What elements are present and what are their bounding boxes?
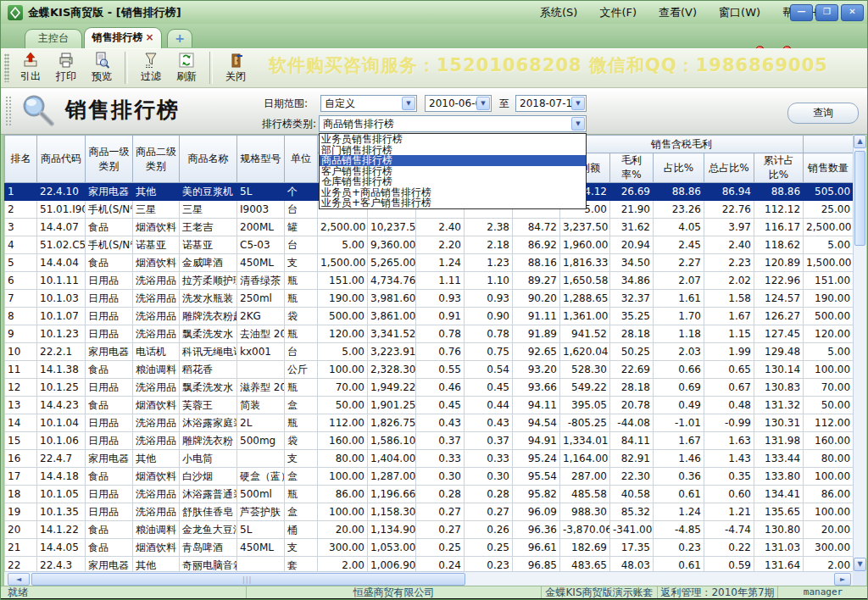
dropdown-option[interactable]: 业务员+商品销售排行榜 (320, 187, 586, 198)
query-button[interactable]: 查询 (787, 103, 859, 124)
vertical-scrollbar[interactable]: ▲ ▼ (853, 135, 866, 571)
new-tab-button[interactable]: + (167, 29, 192, 47)
dropdown-option[interactable]: 业务员销售排行榜 (320, 134, 586, 145)
table-row[interactable]: 910.1.23日用品洗浴用品飘柔洗发水去油型 200ml瓶120.003,34… (5, 325, 854, 343)
table-cell: 瓶 (285, 325, 318, 343)
scroll-right-icon[interactable]: ► (834, 573, 851, 586)
date-range-select[interactable]: 自定义▼ (320, 95, 417, 112)
table-row[interactable]: 1510.1.06日用品洗浴用品雕牌洗衣粉500mg袋160.001,586.1… (5, 432, 854, 450)
table-row[interactable]: 2222.4.3家用电器其他奇丽电脑音箱套2.001,006.900.240.2… (5, 557, 854, 572)
table-cell: 250ml (237, 290, 285, 308)
table-row[interactable]: 451.02.C5-03手机(S/N管理)诺基亚诺基亚C5-03台5.009,3… (5, 236, 854, 254)
combo-arrow-icon[interactable]: ▼ (571, 97, 585, 110)
tab-sales-ranking[interactable]: 销售排行榜× (84, 27, 162, 48)
vertical-scroll-thumb[interactable] (854, 151, 865, 246)
close-button[interactable]: ✕ (841, 4, 864, 21)
table-cell: 0.23 (465, 557, 513, 572)
table-cell: 160.00 (318, 432, 368, 450)
combo-arrow-icon[interactable]: ▼ (476, 97, 490, 110)
combo-arrow-icon[interactable]: ▼ (571, 117, 585, 131)
table-row[interactable]: 1022.2.1家用电器电话机科讯无绳电话kx001台5.003,223.910… (5, 343, 854, 361)
menu-system[interactable]: 系统(S) (540, 5, 577, 20)
table-cell: 0.59 (704, 557, 754, 572)
status-company: 恒盛商贸有限公司 (247, 586, 542, 598)
filter-button[interactable]: 过滤 (133, 50, 169, 86)
export-button[interactable]: 引出 (13, 50, 48, 86)
toolbar-grip[interactable] (4, 53, 9, 82)
dropdown-option[interactable]: 部门销售排行榜 (320, 145, 586, 156)
menu-view[interactable]: 查看(V) (659, 5, 697, 20)
table-cell: 10,237.50 (368, 219, 416, 236)
table-row[interactable]: 1210.1.25日用品洗浴用品飘柔洗发水滋养型 200ml瓶70.001,94… (5, 379, 854, 397)
tab-close-icon[interactable]: × (145, 31, 153, 43)
refresh-button[interactable]: 刷新 (169, 50, 204, 86)
table-row[interactable]: 810.1.07日用品洗浴用品雕牌洗衣粉超值装2KG袋500.003,861.0… (5, 308, 854, 325)
table-row[interactable]: 2114.4.05食品烟酒饮料青岛啤酒450ML支300.001,053.000… (5, 539, 854, 557)
scroll-up-icon[interactable]: ▲ (854, 135, 866, 148)
menu-window[interactable]: 窗口(W) (719, 5, 760, 20)
column-header-gross-margin[interactable]: 毛利率% (610, 153, 654, 183)
preview-button[interactable]: 预览 (84, 50, 120, 86)
table-cell: 0.33 (416, 450, 465, 468)
date-from-select[interactable]: 2010-06-01▼ (425, 95, 492, 112)
column-header-product-code[interactable]: 商品代码 (37, 136, 86, 183)
close-view-button[interactable]: 关闭 (218, 50, 253, 86)
table-cell: 88.16 (513, 254, 560, 272)
horizontal-scrollbar[interactable]: ◄ ||| ► (4, 571, 853, 586)
table-cell: 134.41 (754, 486, 804, 503)
column-header-category2[interactable]: 商品二级类别 (133, 136, 180, 183)
tab-main-console[interactable]: 主控台 (25, 29, 82, 48)
table-row[interactable]: 1714.4.18食品烟酒饮料白沙烟硬盒（蓝）盒100.001,287.000.… (5, 468, 854, 486)
print-button[interactable]: 打印 (48, 50, 84, 86)
table-cell: 5.00 (318, 343, 368, 361)
column-header-total-share[interactable]: 总占比% (704, 153, 754, 183)
horizontal-scroll-thumb[interactable]: ||| (31, 573, 465, 586)
table-cell: 8 (5, 308, 37, 325)
column-header-spec[interactable]: 规格型号 (237, 136, 285, 183)
table-cell: 金龙鱼大豆油 (180, 521, 237, 539)
table-cell: 0.78 (465, 325, 513, 343)
ranking-category-select[interactable]: 商品销售排行榜▼ (319, 115, 587, 132)
dropdown-option[interactable]: 业务员+客户销售排行榜 (320, 197, 586, 208)
table-row[interactable]: 1910.1.35日用品洗浴用品舒肤佳香皂芦荟护肤盒100.001,158.30… (5, 503, 854, 521)
table-cell: 0.76 (416, 343, 465, 361)
column-header-rank[interactable]: 排名 (5, 136, 37, 183)
menu-file[interactable]: 文件(F) (599, 5, 637, 20)
table-cell: 90.20 (513, 290, 560, 308)
table-row[interactable]: 1314.4.23食品烟酒饮料芙蓉王简装盒50.001,901.250.450.… (5, 397, 854, 414)
column-header-share[interactable]: 占比% (654, 153, 704, 183)
scroll-down-icon[interactable]: ▼ (854, 558, 866, 571)
dropdown-option[interactable]: 商品销售排行榜 (320, 155, 586, 166)
column-header-category1[interactable]: 商品一级类别 (86, 136, 133, 183)
table-row[interactable]: 610.1.11日用品洗浴用品拉芳柔顺护理清香绿茶瓶151.004,734.76… (5, 272, 854, 290)
status-account-set: 金蝶KIS商贸版演示账套 (542, 586, 658, 598)
table-row[interactable]: 710.1.03日用品洗浴用品洗发水瓶装250ml瓶190.003,981.60… (5, 290, 854, 308)
to-label: 至 (495, 95, 514, 112)
table-row[interactable]: 1622.4.7家用电器其他小电筒支80.001,404.000.330.339… (5, 450, 854, 468)
dropdown-option[interactable]: 客户销售排行榜 (320, 166, 586, 177)
table-row[interactable]: 514.4.04食品烟酒饮料金威啤酒450ML支1,500.005,265.00… (5, 254, 854, 272)
combo-arrow-icon[interactable]: ▼ (402, 97, 415, 110)
table-cell: 0.24 (416, 557, 465, 572)
column-header-sales-qty[interactable]: 销售数量 (804, 153, 853, 183)
table-row[interactable]: 1810.1.05日用品洗浴用品沐浴露普通装500ml瓶86.001,196.6… (5, 486, 854, 503)
column-header-cumulative-share[interactable]: 累计占比% (754, 153, 804, 183)
dropdown-option[interactable]: 仓库销售排行榜 (320, 176, 586, 187)
minimize-button[interactable]: — (790, 4, 813, 21)
table-cell: 500mg (237, 432, 285, 450)
table-cell: 1,361.00 (560, 308, 610, 325)
table-cell: 1.18 (654, 325, 704, 343)
table-cell: 1.67 (654, 432, 704, 450)
column-header-unit[interactable]: 单位 (285, 136, 318, 183)
maximize-button[interactable]: ❐ (815, 4, 838, 21)
table-cell: 瓶 (285, 272, 318, 290)
table-row[interactable]: 314.4.07食品烟酒饮料王老吉200ML罐2,500.0010,237.50… (5, 219, 854, 236)
table-row[interactable]: 2014.1.22食品粮油调料金龙鱼大豆油5L桶20.001,134.900.2… (5, 521, 854, 539)
scroll-left-icon[interactable]: ◄ (8, 573, 30, 586)
table-row[interactable]: 1410.1.04日用品洗浴用品沐浴露家庭装2L瓶112.001,826.750… (5, 414, 854, 432)
table-cell: 瓶 (285, 486, 318, 503)
table-cell: 500ml (237, 486, 285, 503)
table-row[interactable]: 1114.1.38食品粮油调料稻花香公斤100.002,328.300.550.… (5, 361, 854, 379)
date-to-select[interactable]: 2018-07-16▼ (515, 95, 587, 112)
column-header-product-name[interactable]: 商品名称 (180, 136, 237, 183)
